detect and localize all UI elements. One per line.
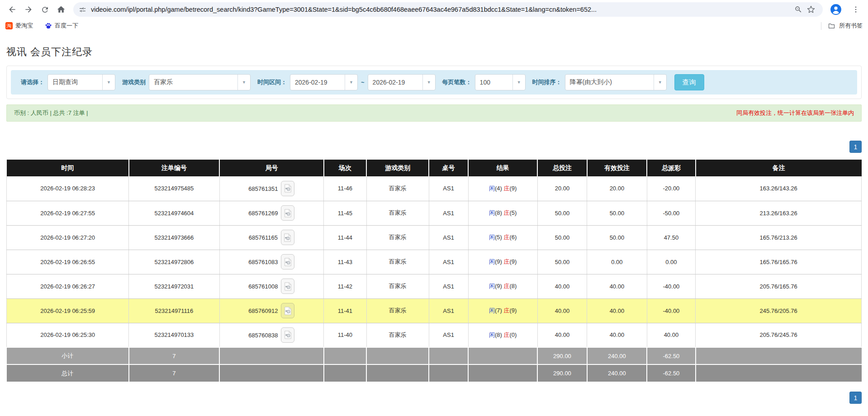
bookmark-star-button[interactable] — [805, 3, 817, 16]
cell-remark: 205.76/245.76 — [696, 323, 862, 347]
query-type-select[interactable]: 日期查询 — [47, 74, 115, 90]
bookmark-aitaobao[interactable]: 淘 爱淘宝 — [5, 22, 33, 30]
cell-total-bet[interactable]: 40.00 — [537, 298, 587, 323]
cell-table-no: AS1 — [429, 298, 468, 323]
result-banker-score: (9) — [509, 307, 517, 314]
round-number: 685761269 — [248, 210, 278, 217]
cell-result: 闲(5) 庄(6) — [468, 225, 537, 250]
home-button[interactable] — [53, 2, 69, 17]
table-row: 2026-02-19 06:25:30523214970133685760838… — [7, 323, 862, 347]
round-number: 685761165 — [249, 234, 278, 241]
bookmark-label: 爱淘宝 — [15, 22, 33, 30]
profile-button[interactable] — [828, 2, 844, 17]
column-header: 时间 — [7, 160, 129, 176]
select-type-label: 请选择： — [21, 78, 44, 86]
result-player-score: (4) — [495, 185, 502, 192]
zoom-button[interactable] — [792, 3, 805, 16]
refresh-button[interactable] — [37, 2, 52, 17]
page-1-button[interactable]: 1 — [849, 141, 862, 153]
video-replay-button[interactable] — [281, 303, 294, 318]
result-banker: 庄 — [503, 283, 509, 289]
round-number: 685760912 — [248, 307, 278, 314]
query-button[interactable]: 查询 — [674, 74, 704, 90]
address-bar[interactable]: videoie.com/ipl/portal.php/game/betrecor… — [73, 2, 823, 17]
date-from-select[interactable]: 2026-02-19 — [290, 74, 358, 90]
table-row: 2026-02-19 06:28:23523214975485685761351… — [7, 176, 862, 201]
cell-valid-bet: 50.00 — [587, 225, 647, 250]
cell-bet-id: 523214974604 — [129, 201, 219, 225]
cell-bet-id: 523214972031 — [129, 274, 219, 298]
cell-payout: 47.50 — [647, 225, 696, 250]
result-banker: 庄 — [503, 258, 509, 265]
cell-payout: -50.00 — [647, 201, 696, 225]
cell-table-no: AS1 — [429, 323, 468, 347]
total-count: 7 — [129, 364, 219, 382]
pagination-bottom: 1 — [6, 392, 862, 404]
page-size-label: 每页笔数： — [442, 78, 472, 86]
cell-valid-bet: 0.00 — [587, 250, 647, 274]
video-file-icon — [284, 184, 292, 193]
page-size-select[interactable]: 100 — [475, 74, 526, 90]
cell-total-bet[interactable]: 50.00 — [537, 201, 587, 225]
query-type-value: 日期查询 — [48, 75, 102, 90]
filter-panel: 请选择： 日期查询 游戏类别 百家乐 时间区间： 2026-02-19 ~ 20… — [6, 66, 862, 99]
baidu-paw-icon — [45, 22, 52, 29]
range-tilde: ~ — [361, 79, 365, 86]
column-header: 有效投注 — [587, 160, 647, 176]
cell-total-bet[interactable]: 20.00 — [537, 176, 587, 201]
bookmarks-bar: 淘 爱淘宝 百度一下 所有书签 — [0, 19, 868, 33]
cell-table-no: AS1 — [429, 176, 468, 201]
cell-table-no: AS1 — [429, 250, 468, 274]
page-1-button[interactable]: 1 — [849, 392, 862, 404]
cell-session: 11-41 — [324, 298, 367, 323]
cell-round: 685761165 — [219, 225, 324, 250]
star-icon — [807, 5, 815, 14]
date-to-select[interactable]: 2026-02-19 — [368, 74, 436, 90]
cell-time: 2026-02-19 06:25:30 — [7, 323, 129, 347]
cell-bet-id: 523214972806 — [129, 250, 219, 274]
cell-total-bet[interactable]: 50.00 — [537, 250, 587, 274]
result-player: 闲 — [489, 234, 495, 241]
cell-payout: -40.00 — [647, 298, 696, 323]
bookmark-baidu[interactable]: 百度一下 — [45, 22, 78, 30]
cell-total-bet[interactable]: 40.00 — [537, 274, 587, 298]
subtotal-payout: -62.50 — [647, 347, 696, 364]
back-button[interactable] — [5, 2, 20, 17]
column-header: 结果 — [468, 160, 537, 176]
cell-valid-bet: 20.00 — [587, 176, 647, 201]
forward-button[interactable] — [21, 2, 36, 17]
browser-menu-button[interactable] — [848, 2, 863, 17]
sort-select[interactable]: 降幂(由大到小) — [565, 74, 667, 90]
all-bookmarks-label: 所有书签 — [839, 22, 863, 30]
video-replay-button[interactable] — [281, 327, 294, 343]
cell-valid-bet: 40.00 — [587, 298, 647, 323]
video-replay-button[interactable] — [281, 279, 294, 294]
chevron-down-icon — [345, 75, 357, 90]
cell-game-type: 百家乐 — [366, 323, 429, 347]
cell-game-type: 百家乐 — [366, 250, 429, 274]
all-bookmarks[interactable]: 所有书签 — [821, 22, 863, 30]
cell-time: 2026-02-19 06:26:55 — [7, 250, 129, 274]
cell-remark: 165.76/165.76 — [696, 250, 862, 274]
cell-remark: 205.76/165.76 — [696, 274, 862, 298]
cell-payout: 0.00 — [647, 250, 696, 274]
cell-session: 11-42 — [324, 274, 367, 298]
cell-round: 685760912 — [219, 298, 324, 323]
refresh-icon — [41, 5, 49, 14]
cell-round: 685761083 — [219, 250, 324, 274]
subtotal-row: 小计 7 290.00 240.00 -62.50 — [7, 347, 862, 364]
video-replay-button[interactable] — [281, 205, 294, 221]
result-banker-score: (9) — [509, 185, 517, 192]
video-replay-button[interactable] — [281, 230, 294, 245]
folder-icon — [828, 22, 835, 30]
game-type-select[interactable]: 百家乐 — [149, 74, 251, 90]
cell-session: 11-46 — [324, 176, 367, 201]
cell-total-bet[interactable]: 50.00 — [537, 225, 587, 250]
cell-total-bet[interactable]: 40.00 — [537, 323, 587, 347]
result-player-score: (5) — [495, 234, 502, 241]
cell-session: 11-44 — [324, 225, 367, 250]
sort-value: 降幂(由大到小) — [565, 75, 654, 90]
back-icon — [8, 5, 17, 14]
video-replay-button[interactable] — [281, 254, 294, 269]
video-replay-button[interactable] — [281, 181, 294, 196]
